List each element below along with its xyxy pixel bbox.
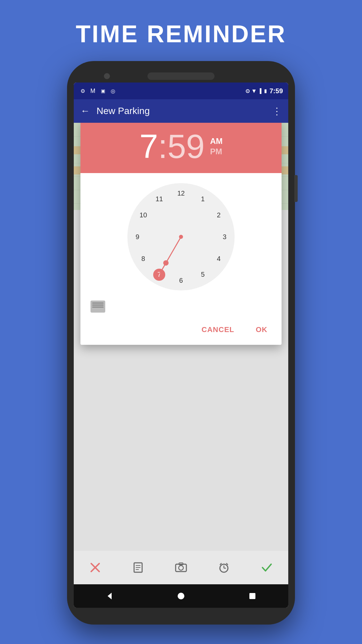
am-button[interactable]: AM (210, 136, 223, 146)
phone-device: ⚙ M ▣ ◎ ⊙ ▾ ▐ ▮ 7:59 ← New Parking ⋮ (67, 61, 295, 625)
clock-center (179, 235, 183, 239)
accessibility-icon: ◎ (109, 87, 117, 95)
nav-home-button[interactable] (174, 589, 188, 603)
sim-icon: ▣ (99, 87, 107, 95)
clock-number-8[interactable]: 8 (137, 253, 149, 265)
nav-recent-button[interactable] (246, 589, 259, 603)
keyboard-row (80, 294, 282, 316)
signal-icon: ▐ (258, 88, 261, 94)
toolbar-confirm-button[interactable] (255, 556, 279, 579)
nav-bar (74, 584, 288, 608)
clock-number-11[interactable]: 11 (153, 193, 165, 205)
clock-face[interactable]: 121234567891011 (127, 183, 235, 290)
dialog-actions: CANCEL OK (80, 316, 282, 345)
clock-number-10[interactable]: 10 (137, 209, 149, 221)
toolbar-cancel-button[interactable] (83, 556, 107, 579)
front-camera (104, 73, 110, 79)
svg-marker-16 (108, 593, 112, 599)
time-header: 7 : 59 AM PM (80, 123, 282, 173)
status-right: ⊙ ▾ ▐ ▮ 7:59 (245, 87, 283, 95)
phone-top-bar (74, 68, 288, 83)
clock-number-5[interactable]: 5 (197, 269, 209, 281)
nav-back-button[interactable] (103, 589, 116, 603)
pm-button[interactable]: PM (210, 146, 223, 157)
phone-bottom (74, 608, 288, 618)
back-button[interactable]: ← (80, 106, 90, 116)
time-hours[interactable]: 7 (139, 129, 158, 163)
time-colon: : (158, 129, 168, 163)
ok-button[interactable]: OK (252, 323, 272, 337)
clock-picker[interactable]: 121234567891011 (80, 173, 282, 294)
cancel-button[interactable]: CANCEL (197, 323, 238, 337)
bottom-toolbar (74, 551, 288, 584)
time-minutes[interactable]: 59 (167, 129, 204, 163)
menu-button[interactable]: ⋮ (272, 106, 282, 117)
clock-number-1[interactable]: 1 (197, 193, 209, 205)
toolbar-alarm-button[interactable] (212, 556, 236, 579)
clock-number-2[interactable]: 2 (213, 209, 225, 221)
clock-number-3[interactable]: 3 (219, 231, 231, 243)
page-title: TIME REMINDER (76, 20, 286, 48)
svg-point-17 (178, 593, 184, 599)
status-icons-left: ⚙ M ▣ ◎ (79, 87, 117, 95)
status-time: 7:59 (269, 87, 283, 95)
time-display: 7 : 59 (139, 129, 205, 163)
wifi-icon: ▾ (252, 87, 255, 95)
keyboard-toggle-button[interactable] (90, 301, 105, 313)
svg-point-9 (179, 566, 183, 570)
clock-number-12[interactable]: 12 (175, 187, 187, 199)
app-bar-title: New Parking (97, 106, 272, 116)
clock-number-7[interactable]: 7 (153, 269, 165, 281)
content-area: W 66th St 📍 ▼ Google 7 : 59 (74, 123, 288, 551)
svg-rect-18 (249, 593, 255, 599)
svg-line-0 (160, 237, 181, 273)
toolbar-photo-button[interactable] (169, 556, 193, 579)
location-icon: ⊙ (245, 88, 250, 94)
clock-number-4[interactable]: 4 (213, 253, 225, 265)
settings-icon: ⚙ (79, 87, 86, 95)
phone-speaker (147, 72, 215, 80)
clock-number-6[interactable]: 6 (175, 274, 187, 286)
phone-screen: ⚙ M ▣ ◎ ⊙ ▾ ▐ ▮ 7:59 ← New Parking ⋮ (74, 83, 288, 608)
svg-point-1 (163, 260, 169, 266)
time-ampm: AM PM (210, 136, 223, 157)
battery-icon: ▮ (264, 88, 267, 94)
side-button[interactable] (294, 175, 298, 202)
gmail-icon: M (89, 87, 97, 95)
time-picker-dialog: 7 : 59 AM PM 121234567891011 (80, 123, 282, 345)
status-bar: ⚙ M ▣ ◎ ⊙ ▾ ▐ ▮ 7:59 (74, 83, 288, 99)
clock-number-9[interactable]: 9 (131, 231, 143, 243)
app-bar: ← New Parking ⋮ (74, 99, 288, 123)
toolbar-notes-button[interactable] (126, 556, 150, 579)
